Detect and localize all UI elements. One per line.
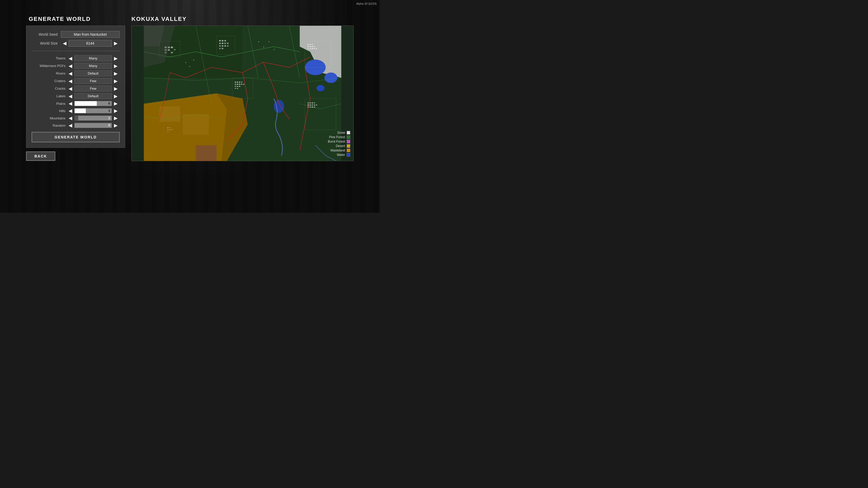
svg-rect-33	[219, 48, 221, 49]
legend-box-water	[347, 153, 350, 157]
back-button[interactable]: BACK	[26, 152, 55, 161]
svg-rect-44	[310, 48, 311, 49]
settings-section: Towns ◀ Many ▶ Wilderness POI's ◀ Many ▶	[32, 55, 120, 128]
svg-rect-46	[314, 48, 315, 49]
seed-row: World Seed Man from Nantucket	[32, 31, 120, 38]
cracks-increase-button[interactable]: ▶	[112, 86, 120, 92]
size-control: ◀ 6144 ▶	[61, 40, 120, 47]
svg-rect-75	[235, 88, 236, 89]
setting-control-wilderness: ◀ Many ▶	[66, 63, 120, 69]
svg-rect-87	[258, 41, 259, 42]
setting-control-cracks: ◀ Few ▶	[66, 86, 120, 92]
svg-rect-36	[308, 44, 309, 45]
setting-label-plains: Plains	[32, 102, 65, 105]
svg-rect-38	[312, 44, 313, 45]
svg-rect-22	[219, 40, 221, 41]
mountains-increase-button[interactable]: ▶	[112, 115, 120, 121]
svg-rect-25	[219, 43, 221, 44]
hills-decrease-button[interactable]: ◀	[66, 108, 74, 113]
lakes-increase-button[interactable]: ▶	[112, 93, 120, 99]
seed-value[interactable]: Man from Nantucket	[61, 31, 120, 38]
plains-increase-button[interactable]: ▶	[112, 101, 120, 106]
cracks-decrease-button[interactable]: ◀	[66, 86, 74, 92]
setting-value-rivers: Default	[74, 70, 112, 76]
craters-decrease-button[interactable]: ◀	[66, 78, 74, 84]
svg-rect-18	[174, 49, 176, 50]
svg-rect-40	[310, 46, 311, 47]
svg-rect-26	[222, 43, 223, 44]
setting-row-rivers: Rivers ◀ Default ▶	[32, 70, 120, 76]
svg-rect-63	[235, 82, 236, 83]
svg-rect-29	[219, 45, 221, 47]
legend-item-desert: Desert	[336, 144, 350, 148]
svg-rect-80	[167, 129, 168, 130]
svg-rect-74	[239, 86, 240, 87]
setting-row-craters: Craters ◀ Few ▶	[32, 78, 120, 84]
setting-control-rivers: ◀ Default ▶	[66, 70, 120, 76]
legend-item-water: Water	[337, 153, 350, 157]
legend-box-pine-forest	[347, 135, 350, 139]
version-badge: Alpha 20 (b233)	[356, 2, 377, 5]
setting-label-cracks: Cracks	[32, 87, 65, 91]
random-increase-button[interactable]: ▶	[112, 123, 120, 128]
svg-rect-34	[222, 48, 223, 49]
size-value: 6144	[69, 40, 112, 47]
generate-world-button[interactable]: GENERATE WORLD	[32, 132, 120, 142]
craters-increase-button[interactable]: ▶	[112, 78, 120, 84]
setting-label-craters: Craters	[32, 79, 65, 83]
rivers-decrease-button[interactable]: ◀	[66, 71, 74, 76]
setting-control-plains: ◀ 6 ▶	[66, 101, 120, 106]
plains-decrease-button[interactable]: ◀	[66, 101, 74, 106]
setting-value-wilderness: Many	[74, 63, 112, 69]
mountains-bar-num: 1	[108, 116, 110, 120]
size-increase-button[interactable]: ▶	[112, 40, 120, 46]
wilderness-decrease-button[interactable]: ◀	[66, 63, 74, 69]
legend-box-snow	[347, 131, 350, 134]
legend-item-snow: Snow	[337, 131, 350, 134]
right-panel: KOKUXA VALLEY	[131, 15, 354, 161]
svg-rect-41	[312, 46, 313, 47]
setting-row-plains: Plains ◀ 6 ▶	[32, 101, 120, 106]
svg-rect-32	[227, 45, 228, 47]
legend-label-burnt-forest: Burnt Forest	[328, 140, 345, 143]
svg-rect-54	[310, 104, 311, 105]
svg-rect-61	[314, 107, 315, 108]
lakes-decrease-button[interactable]: ◀	[66, 93, 74, 99]
svg-rect-58	[308, 107, 309, 108]
hills-bar[interactable]: 3	[74, 108, 112, 113]
svg-rect-43	[308, 48, 309, 49]
setting-control-towns: ◀ Many ▶	[66, 55, 120, 61]
random-bar[interactable]: 0	[74, 123, 112, 128]
towns-increase-button[interactable]: ▶	[112, 56, 120, 61]
svg-rect-60	[312, 107, 313, 108]
setting-row-random: Random ◀ 0 ▶	[32, 123, 120, 128]
setting-label-towns: Towns	[32, 56, 65, 60]
svg-rect-84	[185, 62, 186, 63]
setting-label-lakes: Lakes	[32, 94, 65, 98]
svg-rect-86	[193, 60, 194, 61]
svg-rect-76	[237, 88, 238, 89]
plains-bar[interactable]: 6	[74, 101, 112, 106]
svg-rect-89	[269, 41, 270, 42]
towns-decrease-button[interactable]: ◀	[66, 56, 74, 61]
setting-value-towns: Many	[74, 55, 112, 61]
svg-rect-79	[169, 127, 170, 128]
setting-row-hills: Hills ◀ 3 ▶	[32, 108, 120, 113]
map-svg	[132, 26, 353, 161]
svg-rect-28	[227, 43, 228, 44]
rivers-increase-button[interactable]: ▶	[112, 71, 120, 76]
size-decrease-button[interactable]: ◀	[61, 40, 69, 46]
setting-row-cracks: Cracks ◀ Few ▶	[32, 86, 120, 92]
wilderness-increase-button[interactable]: ▶	[112, 63, 120, 69]
svg-rect-66	[241, 82, 242, 83]
mountains-bar[interactable]: 1	[74, 116, 112, 121]
hills-increase-button[interactable]: ▶	[112, 108, 120, 113]
svg-rect-3	[159, 106, 180, 122]
mountains-decrease-button[interactable]: ◀	[66, 115, 74, 121]
setting-value-craters: Few	[74, 78, 112, 84]
svg-rect-52	[314, 102, 315, 103]
random-decrease-button[interactable]: ◀	[66, 123, 74, 128]
setting-control-hills: ◀ 3 ▶	[66, 108, 120, 113]
setting-label-hills: Hills	[32, 109, 65, 113]
svg-point-7	[324, 72, 338, 83]
